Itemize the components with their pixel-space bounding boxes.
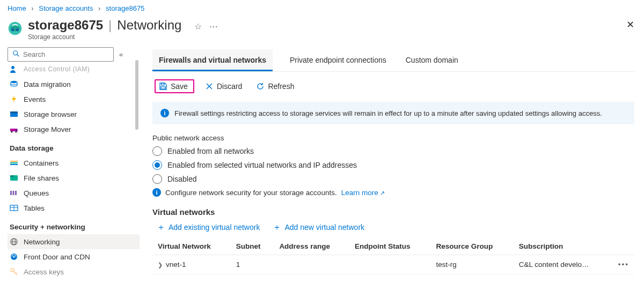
discard-button[interactable]: Discard (202, 80, 245, 92)
svg-point-27 (13, 256, 15, 258)
tabs: Firewalls and virtual networks Private e… (152, 49, 634, 72)
sidebar-item-label: Networking (24, 238, 60, 246)
add-new-label: Add new virtual network (284, 223, 364, 232)
configure-security-hint: i Configure network security for your st… (152, 188, 634, 197)
sidebar-item-storage-browser[interactable]: Storage browser (8, 107, 140, 122)
expand-row-icon[interactable]: ❯ (158, 262, 163, 268)
refresh-button[interactable]: Refresh (253, 80, 297, 92)
networking-icon (10, 237, 18, 246)
page-subtitle: Storage account (28, 33, 218, 41)
virtual-networks-table: Virtual Network Subnet Address range End… (152, 238, 634, 274)
save-button-label: Save (171, 82, 188, 91)
sidebar-item-containers[interactable]: Containers (8, 155, 140, 170)
col-address-range[interactable]: Address range (274, 238, 349, 255)
radio-enabled-all-networks[interactable]: Enabled from all networks (152, 146, 634, 156)
svg-rect-18 (13, 191, 14, 195)
col-subnet[interactable]: Subnet (231, 238, 274, 255)
info-banner-text: Firewall settings restricting access to … (174, 109, 602, 117)
tab-firewalls-virtual-networks[interactable]: Firewalls and virtual networks (152, 49, 273, 71)
breadcrumb: Home › Storage accounts › storage8675 (0, 0, 644, 14)
sidebar-item-label: Containers (24, 159, 58, 167)
svg-point-6 (11, 81, 17, 83)
chevron-right-icon: › (98, 4, 100, 12)
sidebar-item-networking[interactable]: Networking (8, 234, 140, 249)
title-separator: | (108, 18, 112, 33)
sidebar-item-label: Front Door and CDN (24, 253, 90, 261)
radio-label: Enabled from selected virtual networks a… (167, 161, 357, 169)
cell-address-range (274, 255, 349, 274)
col-resource-group[interactable]: Resource Group (430, 238, 513, 255)
radio-enabled-selected-networks[interactable]: Enabled from selected virtual networks a… (152, 160, 634, 170)
refresh-button-label: Refresh (268, 82, 294, 91)
breadcrumb-home[interactable]: Home (8, 4, 26, 12)
svg-rect-31 (162, 83, 164, 85)
radio-disabled[interactable]: Disabled (152, 174, 634, 184)
tab-custom-domain[interactable]: Custom domain (404, 49, 460, 71)
sidebar-item-file-shares[interactable]: File shares (8, 170, 140, 185)
virtual-networks-heading: Virtual networks (152, 207, 634, 217)
save-button[interactable]: Save (155, 79, 194, 93)
svg-point-3 (13, 51, 18, 55)
radio-icon (152, 160, 162, 170)
sidebar-item-label: File shares (24, 174, 59, 182)
learn-more-link[interactable]: Learn more ↗ (341, 189, 385, 197)
collapse-sidebar-icon[interactable]: « (119, 50, 123, 58)
svg-rect-17 (10, 191, 12, 195)
hint-text: Configure network security for your stor… (165, 189, 337, 197)
info-banner: i Firewall settings restricting access t… (152, 102, 634, 124)
table-row[interactable]: ❯vnet-1 1 test-rg C&L content develo… ••… (152, 255, 634, 274)
radio-label: Enabled from all networks (167, 147, 254, 155)
radio-icon (152, 174, 162, 184)
svg-rect-14 (10, 164, 18, 165)
sidebar-item-data-migration[interactable]: Data migration (8, 77, 140, 92)
external-link-icon: ↗ (380, 190, 385, 196)
storage-browser-icon (10, 110, 18, 118)
sidebar-item-events[interactable]: Events (8, 92, 140, 107)
sidebar-item-label: Storage browser (24, 110, 77, 118)
search-box[interactable] (8, 47, 114, 62)
storage-account-icon (8, 21, 23, 36)
svg-point-1 (11, 28, 14, 31)
scrollbar-thumb[interactable] (135, 60, 138, 130)
svg-rect-8 (10, 111, 18, 113)
sidebar-nav: Access Control (IAM) Data migration Even… (8, 65, 140, 279)
add-new-vnet-button[interactable]: ＋Add new virtual network (273, 223, 364, 232)
svg-point-10 (11, 131, 12, 132)
svg-rect-32 (161, 87, 165, 89)
svg-point-5 (11, 66, 14, 69)
sidebar-item-storage-mover[interactable]: Storage Mover (8, 122, 140, 137)
breadcrumb-resource[interactable]: storage8675 (106, 4, 144, 12)
tab-private-endpoint-connections[interactable]: Private endpoint connections (288, 49, 389, 71)
info-icon: i (152, 188, 161, 197)
close-icon[interactable]: ✕ (626, 19, 634, 31)
sidebar-item-queues[interactable]: Queues (8, 185, 140, 200)
sidebar-item-label: Access Control (IAM) (24, 65, 90, 73)
discard-button-label: Discard (217, 82, 242, 91)
breadcrumb-storage-accounts[interactable]: Storage accounts (39, 4, 93, 12)
row-more-actions-icon[interactable]: ••• (613, 255, 634, 274)
info-icon: i (160, 109, 169, 117)
file-shares-icon (10, 174, 18, 182)
favorite-star-icon[interactable]: ☆ (194, 21, 202, 32)
plus-icon: ＋ (273, 223, 281, 232)
sidebar-item-tables[interactable]: Tables (8, 200, 140, 215)
search-icon (12, 50, 20, 59)
search-input[interactable] (23, 50, 113, 58)
public-network-access-label: Public network access (152, 134, 634, 142)
col-subscription[interactable]: Subscription (514, 238, 613, 255)
sidebar-item-front-door-cdn[interactable]: Front Door and CDN (8, 249, 140, 264)
svg-line-30 (16, 272, 17, 273)
sidebar-item-access-keys[interactable]: Access keys (8, 264, 140, 279)
col-virtual-network[interactable]: Virtual Network (152, 238, 231, 255)
front-door-icon (10, 252, 18, 261)
svg-point-2 (16, 28, 19, 31)
col-endpoint-status[interactable]: Endpoint Status (349, 238, 431, 255)
sidebar-item-access-control[interactable]: Access Control (IAM) (8, 65, 140, 77)
access-control-icon (10, 65, 18, 73)
add-existing-vnet-button[interactable]: ＋Add existing virtual network (157, 223, 260, 232)
sidebar-item-label: Storage Mover (24, 125, 71, 133)
more-actions-icon[interactable]: ⋯ (209, 21, 218, 32)
chevron-right-icon: › (31, 4, 33, 12)
add-existing-label: Add existing virtual network (169, 223, 260, 232)
main-content: Firewalls and virtual networks Private e… (140, 47, 644, 297)
